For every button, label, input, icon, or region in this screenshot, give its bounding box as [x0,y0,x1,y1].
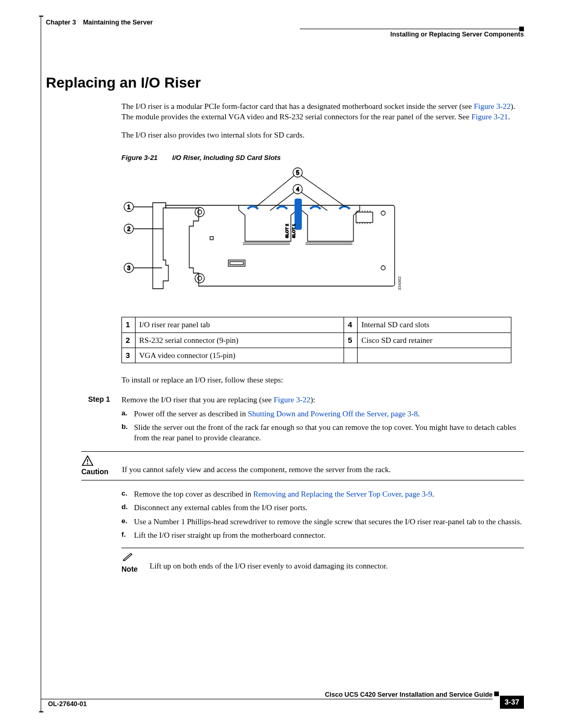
svg-text:SLOT 2: SLOT 2 [285,224,289,238]
step-1: Step 1 Remove the I/O riser that you are… [46,394,524,443]
svg-text:SLOT 1: SLOT 1 [291,224,296,238]
page-header: Chapter 3 Maintaining the Server Install… [41,16,524,44]
svg-line-29 [301,176,346,207]
intro-para-1: The I/O riser is a modular PCIe form-fac… [121,101,524,122]
substep-f: f. Lift the I/O riser straight up from t… [121,530,524,540]
figure-link[interactable]: Figure 3-22 [474,102,510,110]
svg-text:5: 5 [296,169,299,176]
figure-legend-table: 1 I/O riser rear panel tab 4 Internal SD… [121,317,511,363]
xref-link[interactable]: Shutting Down and Powering Off the Serve… [248,410,418,418]
drawing-id: 334362 [397,276,402,290]
section-title: Installing or Replacing Server Component… [300,29,524,39]
svg-line-24 [270,192,294,211]
svg-rect-9 [210,237,213,240]
footer-guide-title: Cisco UCS C420 Server Installation and S… [325,690,493,699]
svg-text:3: 3 [127,265,130,271]
svg-point-2 [195,274,204,283]
substep-c: c. Remove the top cover as described in … [121,489,524,499]
svg-point-0 [195,207,204,217]
svg-text:2: 2 [127,226,130,232]
page-footer: Cisco UCS C420 Server Installation and S… [41,692,524,712]
note-callout: Note Lift up on both ends of the I/O ris… [121,548,524,574]
svg-point-4 [381,211,385,215]
svg-text:1: 1 [127,204,130,210]
svg-point-5 [381,266,385,270]
svg-line-28 [256,176,294,207]
chapter-title: Maintaining the Server [83,19,153,26]
instructions-lead: To install or replace an I/O riser, foll… [121,375,524,385]
caution-icon [81,455,94,466]
page-title: Replacing an I/O Riser [46,73,524,93]
svg-point-3 [198,276,202,280]
intro-para-2: The I/O riser also provides two internal… [121,130,524,140]
svg-rect-10 [228,260,245,266]
svg-line-25 [301,192,327,211]
io-riser-diagram: SLOT 2 SLOT 1 [121,166,524,310]
figure-link[interactable]: Figure 3-22 [274,396,310,404]
figure-link[interactable]: Figure 3-21 [471,113,508,121]
svg-rect-12 [356,212,373,223]
caution-callout: Caution If you cannot safely view and ac… [81,451,524,480]
page-number-badge: 3-37 [500,696,524,709]
svg-text:4: 4 [296,186,299,192]
svg-point-31 [87,463,88,464]
chapter-number: Chapter 3 [46,19,76,26]
svg-point-1 [198,210,202,214]
note-icon [121,551,134,562]
substep-b: b. Slide the server out the front of the… [121,422,524,443]
svg-rect-11 [230,262,243,265]
xref-link[interactable]: Removing and Replacing the Server Top Co… [253,490,432,498]
figure-caption: Figure 3-21I/O Riser, Including SD Card … [121,153,524,163]
substep-e: e. Use a Number 1 Phillips-head screwdri… [121,516,524,527]
substep-d: d. Disconnect any external cables from t… [121,502,524,513]
substep-a: a. Power off the server as described in … [121,409,524,419]
footer-doc-number: OL-27640-01 [48,700,87,709]
